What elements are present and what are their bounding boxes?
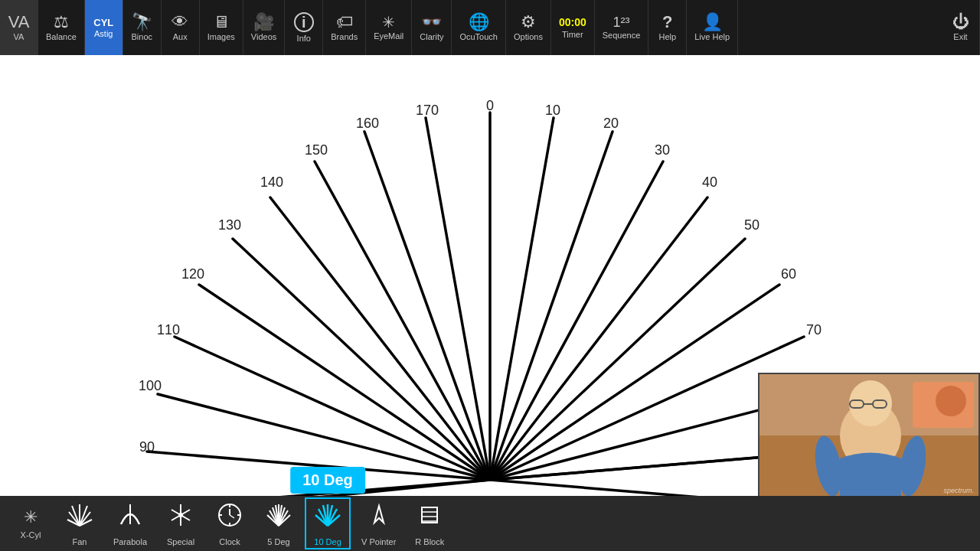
special-label: Special xyxy=(167,537,194,546)
svg-line-1 xyxy=(490,118,554,480)
v-pointer-icon xyxy=(365,501,393,534)
brands-icon: 🏷 xyxy=(336,14,353,31)
cyl-icon: CYL xyxy=(93,18,113,28)
r-block-label: R Block xyxy=(415,537,444,546)
5deg-label: 5 Deg xyxy=(267,537,289,546)
svg-line-13 xyxy=(364,132,490,480)
video-content: spectrum. xyxy=(760,374,978,497)
5deg-icon xyxy=(265,501,292,534)
nav-binoc[interactable]: 🔭 Binoc xyxy=(123,0,162,55)
svg-line-6 xyxy=(490,285,779,480)
binoc-icon: 🔭 xyxy=(132,14,152,31)
clock-icon xyxy=(216,501,243,534)
v-pointer-label: V Pointer xyxy=(361,537,396,546)
va-icon: VA xyxy=(8,14,30,31)
livhelp-icon: 👤 xyxy=(702,14,723,31)
svg-line-14 xyxy=(315,161,490,480)
fan-icon xyxy=(66,501,93,534)
svg-text:20: 20 xyxy=(603,116,619,131)
svg-line-75 xyxy=(230,515,234,518)
svg-text:50: 50 xyxy=(744,217,760,233)
svg-point-68 xyxy=(178,513,183,517)
svg-text:70: 70 xyxy=(806,322,822,337)
bottom-r-block[interactable]: R Block xyxy=(407,497,452,549)
nav-va[interactable]: VA VA xyxy=(0,0,38,55)
svg-text:140: 140 xyxy=(260,174,283,190)
svg-text:10: 10 xyxy=(545,103,560,118)
deg-badge: 10 Deg xyxy=(290,467,365,494)
nav-help[interactable]: ? Help xyxy=(648,0,687,55)
bottom-x-cyl[interactable]: ✳ X-Cyl xyxy=(8,497,54,549)
special-icon xyxy=(167,501,194,534)
svg-point-53 xyxy=(936,386,966,416)
parabola-label: Parabola xyxy=(113,537,147,546)
svg-text:170: 170 xyxy=(416,103,439,118)
nav-aux[interactable]: 👁 Aux xyxy=(162,0,200,55)
nav-videos[interactable]: 🎥 Videos xyxy=(243,0,285,55)
bottom-toolbar: ✳ X-Cyl Fan xyxy=(0,496,980,551)
nav-sequence[interactable]: 1²³ Sequence xyxy=(595,0,649,55)
10deg-icon xyxy=(314,501,341,534)
fan-label: Fan xyxy=(73,537,87,546)
clarity-icon: 👓 xyxy=(421,14,442,31)
parabola-icon xyxy=(116,501,144,534)
eyemail-icon: ✳ xyxy=(382,15,395,30)
timer-display: 00:00 xyxy=(559,16,586,28)
clock-label: Clock xyxy=(219,537,240,546)
svg-line-12 xyxy=(426,118,490,480)
nav-timer[interactable]: 00:00 Timer xyxy=(551,0,595,55)
r-block-icon xyxy=(416,501,443,534)
svg-line-5 xyxy=(490,239,745,480)
nav-balance[interactable]: ⚖ Balance xyxy=(38,0,85,55)
bottom-v-pointer[interactable]: V Pointer xyxy=(354,497,403,549)
nav-clarity[interactable]: 👓 Clarity xyxy=(412,0,452,55)
options-icon: ⚙ xyxy=(521,14,536,31)
videos-icon: 🎥 xyxy=(253,14,274,31)
svg-text:120: 120 xyxy=(181,266,204,282)
bottom-fan[interactable]: Fan xyxy=(57,497,103,549)
svg-rect-92 xyxy=(422,507,437,523)
10deg-label: 10 Deg xyxy=(314,537,341,546)
nav-exit[interactable]: ⏻ Exit xyxy=(942,0,980,55)
nav-options[interactable]: ⚙ Options xyxy=(506,0,551,55)
video-thumbnail[interactable]: spectrum. xyxy=(758,373,980,499)
info-icon: i xyxy=(294,12,314,32)
nav-info[interactable]: i Info xyxy=(285,0,323,55)
svg-text:60: 60 xyxy=(781,266,796,282)
balance-icon: ⚖ xyxy=(54,14,69,31)
nav-ocutouch[interactable]: 🌐 OcuTouch xyxy=(452,0,506,55)
svg-line-2 xyxy=(490,132,612,480)
nav-brands[interactable]: 🏷 Brands xyxy=(323,0,366,55)
svg-text:130: 130 xyxy=(218,217,241,233)
x-cyl-icon: ✳ xyxy=(24,507,38,527)
svg-line-15 xyxy=(270,197,490,480)
nav-cyl[interactable]: CYL Astig xyxy=(85,0,123,55)
svg-text:160: 160 xyxy=(356,116,379,131)
svg-text:150: 150 xyxy=(305,142,328,158)
svg-text:0: 0 xyxy=(486,98,494,113)
nav-eyemail[interactable]: ✳ EyeMail xyxy=(366,0,412,55)
svg-text:30: 30 xyxy=(655,142,670,158)
x-cyl-label: X-Cyl xyxy=(21,530,41,540)
bottom-special[interactable]: Special xyxy=(158,497,204,549)
ocutouch-icon: 🌐 xyxy=(469,14,489,31)
video-watermark: spectrum. xyxy=(943,487,974,494)
bottom-5deg[interactable]: 5 Deg xyxy=(256,497,302,549)
svg-text:100: 100 xyxy=(139,378,162,393)
bottom-10deg[interactable]: 10 Deg 10 Deg xyxy=(305,497,351,549)
svg-line-4 xyxy=(490,197,707,480)
help-icon: ? xyxy=(662,14,672,31)
main-content: 0 10 20 30 40 50 60 70 80 90 90 100 110 … xyxy=(0,55,980,499)
svg-text:90: 90 xyxy=(139,439,155,455)
svg-line-16 xyxy=(233,239,490,480)
bottom-clock[interactable]: Clock xyxy=(207,497,253,549)
bottom-parabola[interactable]: Parabola xyxy=(106,497,155,549)
nav-livhelp[interactable]: 👤 Live Help xyxy=(687,0,738,55)
nav-images[interactable]: 🖥 Images xyxy=(200,0,243,55)
images-icon: 🖥 xyxy=(213,14,230,31)
svg-line-17 xyxy=(199,285,490,480)
aux-icon: 👁 xyxy=(172,14,188,31)
top-navigation: VA VA ⚖ Balance CYL Astig 🔭 Binoc 👁 Aux … xyxy=(0,0,980,55)
svg-text:40: 40 xyxy=(702,174,717,190)
exit-icon: ⏻ xyxy=(952,14,969,31)
